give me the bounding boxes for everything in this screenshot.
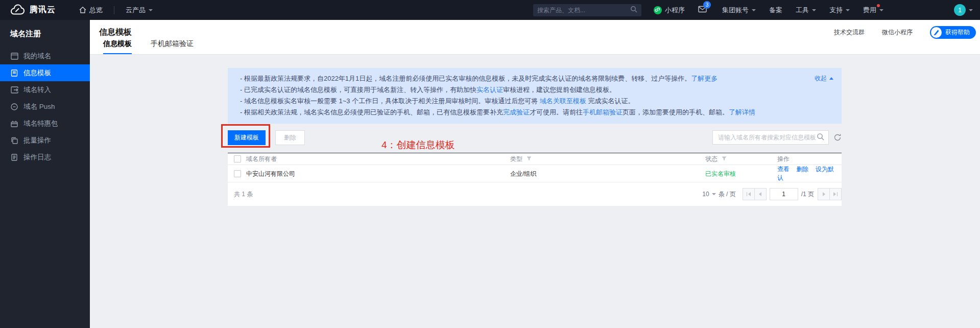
owner-search-input[interactable]: [718, 134, 817, 141]
page-size-select[interactable]: 10 条 / 页: [702, 190, 735, 199]
associate-template-link[interactable]: 域名关联至模板: [540, 97, 586, 105]
sidebar-item-info-template[interactable]: 信息模板: [0, 64, 90, 81]
page-total: /1 页: [798, 190, 818, 199]
search-icon[interactable]: [817, 133, 824, 142]
sidebar-title: 域名注册: [0, 20, 90, 40]
pagination: 共 1 条 10 条 / 页 /1 页: [228, 182, 842, 206]
global-search-input[interactable]: [537, 7, 630, 14]
total-count: 共 1 条: [234, 190, 253, 199]
page-number-input[interactable]: [770, 188, 798, 200]
avatar[interactable]: 1: [954, 4, 966, 16]
view-link[interactable]: 查看: [777, 166, 790, 173]
table-row: 中安山河有限公司 企业/组织 已实名审核 查看 删除 设为默认: [228, 165, 842, 182]
chevron-down-icon: [812, 9, 816, 11]
complete-verify-link[interactable]: 完成验证: [503, 108, 530, 116]
col-actions: 操作: [777, 155, 842, 163]
global-search-box[interactable]: [533, 4, 641, 16]
browser-window-icon: [10, 52, 18, 60]
get-help-button[interactable]: 获得帮助: [930, 26, 976, 39]
cloud-logo-icon: [10, 4, 26, 16]
chevron-down-icon: [712, 193, 716, 195]
col-type: 类型: [510, 155, 522, 162]
tech-group-link[interactable]: 技术交流群: [834, 28, 865, 37]
next-page-button[interactable]: [818, 188, 830, 200]
filter-icon[interactable]: [722, 156, 727, 161]
chevron-down-icon: [846, 9, 850, 11]
nav-divider: [114, 6, 114, 14]
owner-name: 中安山河有限公司: [246, 170, 295, 178]
notice-line: - 已完成实名认证的域名信息模板，可直接用于域名新注、转入等操作，有助加快实名认…: [240, 84, 829, 96]
compass-pen-icon: [931, 27, 942, 38]
brand-name: 腾讯云: [30, 5, 56, 15]
main-content: - 根据最新政策法规要求，自2022年1月1日起，域名注册前必须使用已实名审核的…: [90, 55, 980, 328]
top-nav: 腾讯云 总览 云产品: [0, 0, 980, 20]
collapse-notice-button[interactable]: 收起: [815, 73, 833, 84]
nav-messages[interactable]: 3: [698, 6, 707, 14]
row-checkbox[interactable]: [234, 170, 241, 177]
nav-account[interactable]: 1: [954, 4, 973, 16]
chevron-down-icon: [879, 9, 883, 11]
page-header: 信息模板 技术交流群 微信小程序 获得帮助 信息模板 手机邮箱验证: [90, 20, 980, 55]
sidebar-item-domain-package[interactable]: 域名特惠包: [0, 115, 90, 132]
notice-line: - 域名信息模板实名审核一般需要 1~3 个工作日，具体取决于相关注册局审核时间…: [240, 96, 829, 107]
create-template-button[interactable]: 新建模板: [228, 130, 266, 145]
phone-email-verify-link[interactable]: 手机邮箱验证: [583, 108, 623, 116]
select-all-checkbox[interactable]: [234, 155, 241, 162]
tab-phone-email-verify[interactable]: 手机邮箱验证: [151, 39, 194, 54]
message-count-badge: 3: [703, 1, 711, 9]
chevron-down-icon: [969, 9, 973, 11]
wechat-miniprogram-link[interactable]: 微信小程序: [882, 28, 913, 37]
learn-more-link[interactable]: 了解更多: [691, 75, 718, 82]
page-title: 信息模板: [99, 27, 132, 38]
notice-line: - 根据相关政策法规，域名实名信息必须使用已验证的手机、邮箱，已有信息模板需要补…: [240, 107, 829, 118]
tab-info-template[interactable]: 信息模板: [103, 39, 132, 54]
miniprogram-icon: [654, 6, 662, 14]
col-status: 状态: [705, 155, 718, 162]
circle-minus-icon: [10, 103, 18, 111]
sidebar-item-my-domains[interactable]: 我的域名: [0, 48, 90, 64]
search-icon[interactable]: [630, 6, 637, 14]
nav-billing[interactable]: 费用: [863, 6, 883, 15]
nav-miniprogram[interactable]: 小程序: [654, 6, 685, 15]
document-icon: [10, 69, 18, 77]
delete-button[interactable]: 删除: [275, 130, 305, 145]
sidebar-item-batch-operations[interactable]: 批量操作: [0, 132, 90, 149]
first-page-icon: [748, 192, 751, 196]
filter-icon[interactable]: [527, 156, 532, 161]
policy-notice-banner: - 根据最新政策法规要求，自2022年1月1日起，域名注册前必须使用已实名审核的…: [228, 68, 842, 124]
nav-beian[interactable]: 备案: [769, 6, 782, 15]
realname-auth-link[interactable]: 实名认证: [476, 86, 503, 93]
nav-cloud-products[interactable]: 云产品: [126, 6, 153, 15]
col-owner: 域名所有者: [246, 155, 277, 163]
home-icon: [79, 7, 86, 13]
sidebar: 域名注册 我的域名 信息模板: [0, 20, 90, 328]
chevron-down-icon: [752, 9, 756, 11]
template-type: 企业/组织: [510, 170, 705, 178]
prev-page-button[interactable]: [754, 188, 767, 200]
learn-detail-link[interactable]: 了解详情: [729, 108, 755, 116]
last-page-button[interactable]: [829, 188, 842, 200]
sidebar-item-domain-transfer-in[interactable]: 域名转入: [0, 81, 90, 98]
nav-tools[interactable]: 工具: [796, 6, 816, 15]
stacked-copies-icon: [10, 136, 18, 145]
next-page-icon: [823, 192, 825, 196]
refresh-icon[interactable]: [833, 133, 842, 142]
notification-dot: [877, 4, 880, 7]
table-header-row: 域名所有者 类型 状态 操作: [228, 153, 842, 165]
status-badge: 已实名审核: [705, 170, 777, 178]
sidebar-item-domain-push[interactable]: 域名 Push: [0, 98, 90, 115]
notice-line: - 根据最新政策法规要求，自2022年1月1日起，域名注册前必须使用已实名审核的…: [240, 73, 829, 84]
nav-support[interactable]: 支持: [829, 6, 850, 15]
delete-link[interactable]: 删除: [796, 166, 808, 173]
gift-box-icon: [10, 120, 18, 128]
sidebar-item-operation-log[interactable]: 操作日志: [0, 149, 90, 166]
last-page-icon: [833, 192, 836, 196]
table-toolbar: 新建模板 删除: [228, 130, 842, 145]
chevron-up-icon: [829, 77, 833, 80]
first-page-button[interactable]: [743, 188, 755, 200]
owner-search-box[interactable]: [712, 130, 829, 145]
nav-group-account[interactable]: 集团账号: [722, 6, 756, 15]
tencent-cloud-logo[interactable]: 腾讯云: [10, 4, 56, 16]
prev-page-icon: [759, 192, 761, 196]
nav-overview[interactable]: 总览: [79, 6, 103, 15]
